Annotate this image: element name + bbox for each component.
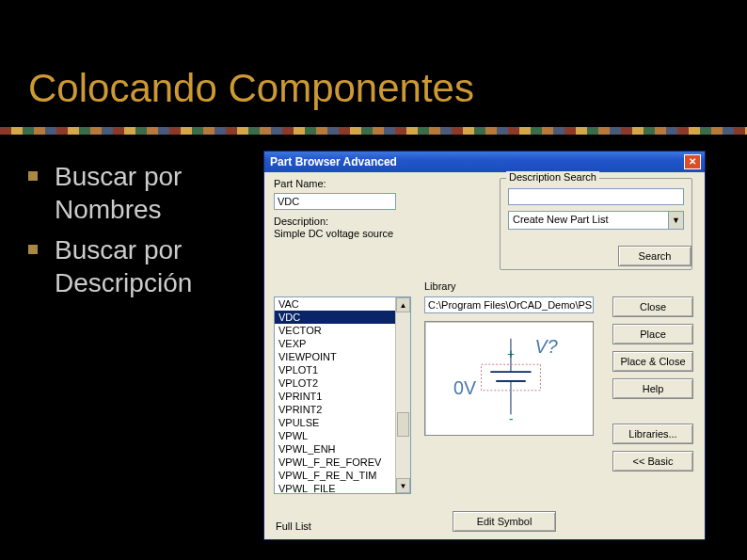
list-item[interactable]: VEXP [275, 337, 395, 350]
combo-text: Create New Part List [509, 212, 668, 229]
scroll-thumb[interactable] [397, 412, 409, 437]
bullet-text: Buscar por Nombres [55, 160, 254, 226]
help-button[interactable]: Help [612, 378, 693, 399]
dialog-title: Part Browser Advanced [270, 155, 397, 168]
bullet-icon [28, 245, 38, 254]
libraries-button[interactable]: Libraries... [612, 424, 693, 444]
library-label: Library [424, 280, 456, 292]
bullet-text: Buscar por Descripción [55, 233, 254, 299]
basic-button[interactable]: << Basic [612, 451, 693, 472]
dialog-titlebar[interactable]: Part Browser Advanced ✕ [264, 152, 705, 172]
place-close-button[interactable]: Place & Close [612, 351, 693, 372]
close-button[interactable]: Close [612, 296, 693, 317]
create-part-list-combo[interactable]: Create New Part List ▼ [508, 211, 684, 230]
part-name-input[interactable] [274, 193, 396, 210]
slide-title: Colocando Componentes [28, 66, 474, 111]
scroll-down-icon[interactable]: ▼ [396, 478, 410, 493]
minus-icon: - [509, 412, 514, 426]
library-path-value: C:\Program Files\OrCAD_Demo\PSpi [428, 299, 594, 311]
list-item[interactable]: VDC [275, 311, 395, 324]
list-item[interactable]: VPWL_F_RE_FOREV [275, 456, 395, 469]
place-button[interactable]: Place [612, 324, 693, 344]
list-item[interactable]: VPRINT2 [275, 403, 395, 416]
full-list-label: Full List [276, 520, 311, 532]
bullet-list: Buscar por Nombres Buscar por Descripció… [28, 160, 254, 307]
parts-listbox[interactable]: VACVDCVECTORVEXPVIEWPOINTVPLOT1VPLOT2VPR… [274, 296, 411, 494]
listbox-scrollbar[interactable]: ▲ ▼ [395, 297, 410, 493]
description-value: Simple DC voltage source [274, 227, 396, 240]
list-item[interactable]: VIEWPOINT [275, 350, 395, 363]
list-item[interactable]: VPULSE [275, 416, 395, 429]
chevron-down-icon[interactable]: ▼ [668, 212, 683, 229]
list-item[interactable]: VPWL_ENH [275, 442, 395, 456]
description-search-input[interactable] [508, 188, 684, 205]
list-item[interactable]: VPRINT1 [275, 390, 395, 403]
list-item[interactable]: VPWL_F_RE_N_TIM [275, 469, 395, 482]
list-item[interactable]: VPLOT2 [275, 376, 395, 390]
scroll-up-icon[interactable]: ▲ [396, 297, 410, 312]
bullet-icon [28, 171, 38, 181]
close-icon[interactable]: ✕ [684, 154, 701, 169]
edit-symbol-button[interactable]: Edit Symbol [453, 511, 556, 532]
scroll-track[interactable] [396, 312, 410, 478]
list-item[interactable]: VPWL [275, 429, 395, 442]
part-browser-dialog: Part Browser Advanced ✕ Part Name: Descr… [263, 151, 706, 540]
list-item[interactable]: VAC [275, 297, 395, 311]
search-button[interactable]: Search [618, 246, 691, 266]
list-item[interactable]: VPWL_FILE [275, 482, 395, 493]
part-name-label: Part Name: [274, 178, 396, 189]
list-item[interactable]: VPLOT1 [275, 363, 395, 376]
bullet-item: Buscar por Nombres [28, 160, 254, 226]
preview-designator: V? [535, 336, 558, 357]
library-path-field[interactable]: C:\Program Files\OrCAD_Demo\PSpi [424, 296, 594, 313]
description-search-legend: Description Search [506, 171, 599, 183]
list-item[interactable]: VECTOR [275, 324, 395, 337]
preview-voltage: 0V [453, 377, 477, 398]
description-label: Description: [274, 216, 396, 227]
part-preview: 0V V? + - [424, 321, 594, 436]
slide-separator [0, 127, 747, 135]
bullet-item: Buscar por Descripción [28, 233, 254, 299]
